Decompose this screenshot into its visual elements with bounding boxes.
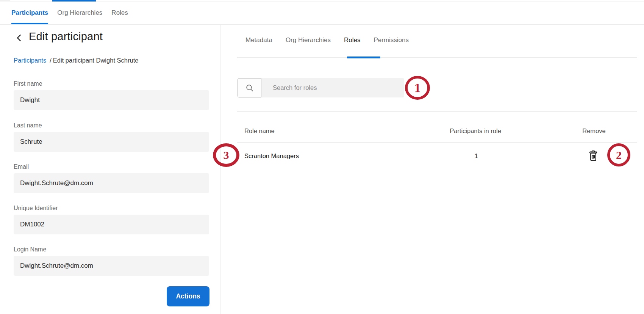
- remove-role-button[interactable]: [587, 149, 600, 163]
- first-name-input[interactable]: [14, 90, 209, 110]
- nav-tab-participants-label: Participants: [11, 9, 48, 17]
- actions-button[interactable]: Actions: [167, 286, 209, 306]
- primary-nav: Participants Org Hierarchies Roles: [0, 2, 644, 25]
- table-header-divider: [237, 142, 637, 143]
- annotation-circle-2: 2: [607, 143, 630, 166]
- annotation-number-1: 1: [414, 81, 421, 95]
- tab-metadata[interactable]: Metadata: [245, 36, 272, 44]
- panel-divider: [220, 25, 220, 314]
- nav-tab-roles[interactable]: Roles: [111, 2, 128, 24]
- login-name-field-group: Login Name: [14, 246, 209, 276]
- search-icon: [245, 83, 254, 93]
- tab-permissions[interactable]: Permissions: [374, 36, 409, 44]
- first-name-label: First name: [14, 80, 209, 87]
- last-name-input[interactable]: [14, 132, 209, 152]
- search-roles-input[interactable]: [261, 78, 404, 97]
- email-label: Email: [14, 163, 209, 170]
- tabs-bottom-border: [237, 57, 637, 58]
- breadcrumb-separator: /: [50, 57, 52, 64]
- annotation-number-3: 3: [224, 149, 229, 162]
- email-input[interactable]: [14, 173, 209, 193]
- last-name-label: Last name: [14, 122, 209, 129]
- table-row-role-name: Scranton Managers: [244, 152, 299, 160]
- unique-identifier-field-group: Unique Identifier: [14, 205, 209, 234]
- table-row-participants-count: 1: [474, 152, 478, 160]
- first-name-field-group: First name: [14, 80, 209, 110]
- annotation-number-2: 2: [616, 149, 622, 162]
- tab-roles[interactable]: Roles: [344, 36, 360, 44]
- search-button[interactable]: [238, 78, 261, 97]
- breadcrumb: Participants/Edit participant Dwight Sch…: [14, 57, 140, 64]
- back-button[interactable]: [14, 33, 25, 43]
- unique-identifier-label: Unique Identifier: [14, 205, 209, 212]
- edit-participant-screen: Participants Org Hierarchies Roles Edit …: [0, 0, 644, 314]
- tab-org-hierarchies[interactable]: Org Hierarchies: [286, 36, 331, 44]
- page-title: Edit participant: [29, 30, 103, 43]
- breadcrumb-current: /Edit participant Dwight Schrute: [50, 57, 140, 64]
- nav-tab-roles-label: Roles: [111, 9, 128, 17]
- annotation-circle-1: 1: [405, 76, 430, 100]
- nav-tab-participants[interactable]: Participants: [11, 2, 48, 24]
- active-tab-underline: [347, 57, 380, 58]
- annotation-circle-3: 3: [213, 143, 239, 167]
- column-header-remove: Remove: [582, 127, 605, 135]
- nav-tab-org-hierarchies[interactable]: Org Hierarchies: [57, 2, 102, 24]
- search-section-divider: [237, 111, 637, 112]
- login-name-label: Login Name: [14, 246, 209, 253]
- login-name-input[interactable]: [14, 256, 209, 276]
- column-header-participants-in-role: Participants in role: [450, 127, 501, 135]
- breadcrumb-current-label: Edit participant Dwight Schrute: [53, 57, 139, 64]
- column-header-role-name: Role name: [244, 127, 275, 135]
- nav-tab-org-hierarchies-label: Org Hierarchies: [57, 9, 102, 17]
- breadcrumb-participants-link[interactable]: Participants: [14, 57, 46, 64]
- last-name-field-group: Last name: [14, 122, 209, 152]
- trash-icon: [588, 150, 599, 162]
- chevron-left-icon: [14, 33, 25, 43]
- email-field-group: Email: [14, 163, 209, 193]
- detail-tabs: Metadata Org Hierarchies Roles Permissio…: [245, 36, 409, 44]
- unique-identifier-input[interactable]: [14, 215, 209, 234]
